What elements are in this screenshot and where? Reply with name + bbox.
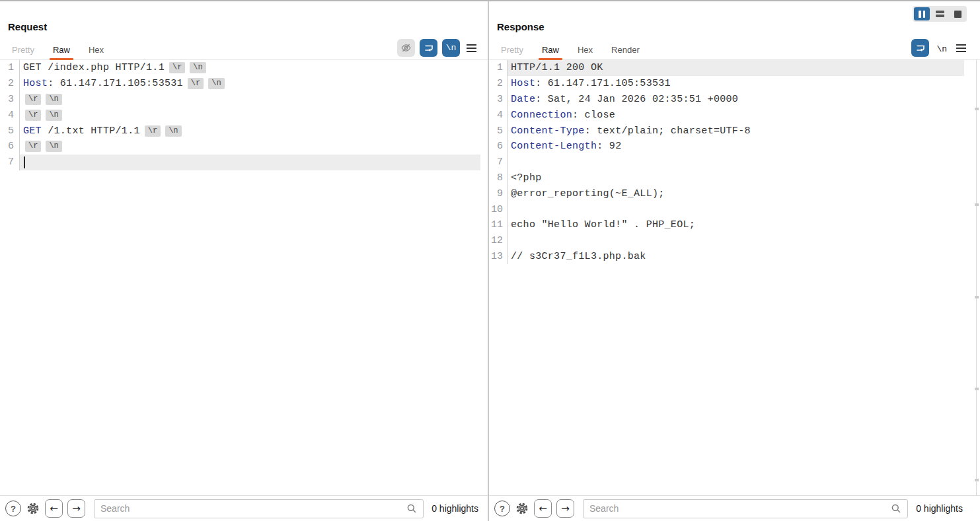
code-line[interactable]: 1HTTP/1.1 200 OK [489, 60, 980, 76]
response-editor[interactable]: 1HTTP/1.1 200 OK2Host: 61.147.171.105:53… [489, 60, 980, 264]
hide-nonprintable-button[interactable] [397, 39, 415, 57]
code-line[interactable]: 5Content-Type: text/plain; charset=UTF-8 [489, 123, 980, 139]
tab-hex[interactable]: Hex [79, 40, 113, 59]
code-line[interactable]: 10 [489, 201, 980, 217]
columns-layout-button[interactable] [914, 7, 930, 20]
next-match-button[interactable]: → [67, 499, 85, 518]
line-number: 6 [0, 139, 20, 155]
line-content: \r\n [20, 107, 480, 123]
code-line[interactable]: 2Host: 61.147.171.105:53531\r\n [0, 76, 488, 92]
response-menu-button[interactable] [954, 44, 968, 52]
tab-hex[interactable]: Hex [568, 40, 602, 59]
line-number: 1 [489, 60, 508, 76]
show-newlines-button[interactable]: \n [934, 42, 950, 54]
nonprintable-chip: \r [25, 141, 41, 152]
response-search-box [583, 499, 908, 518]
search-input[interactable] [589, 503, 891, 514]
code-line[interactable]: 4Connection: close [489, 107, 980, 123]
line-number: 1 [0, 60, 20, 76]
header-name: GET [23, 125, 42, 137]
word-wrap-button[interactable] [911, 39, 929, 57]
code-line[interactable]: 7 [489, 155, 980, 170]
line-content: @error_reporting(~E_ALL); [508, 186, 964, 201]
request-title: Request [8, 21, 47, 32]
code-line[interactable]: 7 [0, 155, 488, 170]
right-arrow-icon: → [72, 503, 81, 514]
line-number: 4 [0, 107, 20, 123]
text-caret [24, 156, 25, 168]
rows-icon [936, 11, 944, 17]
line-number: 3 [0, 92, 20, 108]
eye-slash-icon [400, 42, 412, 53]
right-arrow-icon: → [561, 503, 570, 514]
word-wrap-icon [424, 43, 434, 53]
code-line[interactable]: 11echo "Hello World!" . PHP_EOL; [489, 217, 980, 233]
code-line[interactable]: 5GET /1.txt HTTP/1.1\r\n [0, 123, 488, 139]
line-content [508, 233, 964, 249]
square-icon [954, 11, 961, 18]
code-line[interactable]: 4\r\n [0, 107, 488, 123]
single-layout-button[interactable] [950, 7, 965, 20]
code-line[interactable]: 3\r\n [0, 92, 488, 108]
rows-layout-button[interactable] [932, 7, 948, 20]
header-name: Host [511, 78, 535, 89]
search-settings-button[interactable] [515, 501, 529, 516]
code-line[interactable]: 1GET /index.php HTTP/1.1\r\n [0, 60, 488, 76]
line-content: GET /index.php HTTP/1.1\r\n [20, 60, 480, 76]
code-line[interactable]: 6Content-Length: 92 [489, 139, 980, 155]
line-content: Content-Length: 92 [508, 139, 964, 155]
tab-render[interactable]: Render [602, 40, 649, 59]
line-content [20, 155, 480, 170]
header-name: Connection [511, 110, 572, 121]
word-wrap-button[interactable] [420, 39, 437, 57]
line-content: \r\n [20, 139, 480, 155]
request-editor[interactable]: 1GET /index.php HTTP/1.1\r\n2Host: 61.14… [0, 60, 488, 170]
tab-pretty[interactable]: Pretty [492, 40, 533, 59]
nonprintable-chip: \n [46, 94, 61, 105]
code-line[interactable]: 6\r\n [0, 139, 488, 155]
line-content: <?php [508, 170, 964, 186]
header-name: Content-Length [511, 141, 597, 152]
code-text: GET /index.php HTTP/1.1 [23, 62, 165, 73]
next-match-button[interactable]: → [556, 499, 574, 518]
code-line[interactable]: 2Host: 61.147.171.105:53531 [489, 76, 980, 92]
code-line[interactable]: 12 [489, 233, 980, 249]
scroll-marker [975, 203, 979, 206]
line-number: 3 [489, 92, 508, 108]
tab-raw[interactable]: Raw [533, 40, 568, 59]
response-tabs: PrettyRawHexRender [489, 40, 980, 60]
header-name: Date [511, 94, 535, 105]
code-line[interactable]: 3Date: Sat, 24 Jan 2026 02:35:51 +0000 [489, 92, 980, 108]
help-icon[interactable]: ? [5, 501, 21, 516]
request-search-bar: ? ← → 0 highlights [0, 495, 488, 521]
search-input[interactable] [100, 503, 406, 514]
code-text: /1.txt HTTP/1.1 [42, 125, 140, 137]
line-number: 12 [489, 233, 508, 249]
line-number: 7 [489, 155, 508, 170]
nonprintable-chip: \n [208, 78, 224, 89]
line-content [508, 201, 964, 217]
line-content [508, 155, 964, 170]
request-menu-button[interactable] [465, 44, 478, 52]
code-line[interactable]: 8<?php [489, 170, 980, 186]
code-line[interactable]: 13// s3Cr37_f1L3.php.bak [489, 249, 980, 265]
help-icon[interactable]: ? [494, 501, 510, 516]
line-content: Connection: close [508, 107, 964, 123]
tab-pretty[interactable]: Pretty [3, 40, 44, 59]
search-icon [406, 503, 417, 514]
show-newlines-button[interactable]: \n [442, 39, 460, 57]
line-number: 7 [0, 155, 20, 170]
hamburger-icon [467, 44, 476, 46]
code-text: echo "Hello World!" . PHP_EOL; [511, 219, 695, 230]
code-text: : close [572, 110, 615, 121]
response-scroll-track[interactable] [976, 59, 977, 495]
hamburger-icon [956, 44, 966, 46]
tab-raw[interactable]: Raw [44, 40, 79, 59]
nonprintable-chip: \r [25, 110, 41, 121]
code-line[interactable]: 9@error_reporting(~E_ALL); [489, 186, 980, 201]
prev-match-button[interactable]: ← [45, 499, 63, 518]
prev-match-button[interactable]: ← [534, 499, 552, 518]
nonprintable-chip: \n [46, 141, 61, 152]
search-settings-button[interactable] [26, 501, 40, 516]
line-content: HTTP/1.1 200 OK [508, 60, 964, 76]
